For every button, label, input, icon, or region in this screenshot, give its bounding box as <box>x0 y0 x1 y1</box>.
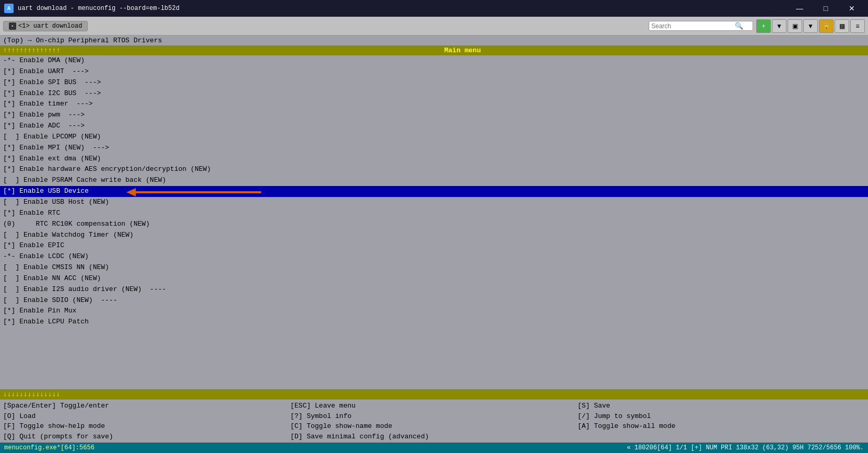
key-hint-toggle-all: [A] Toggle show-all mode <box>578 421 865 432</box>
key-hint-save-minimal: [D] Save minimal config (advanced) <box>290 432 578 442</box>
menu-item[interactable]: [*] Enable ADC ---> <box>0 121 868 132</box>
menu-item-label: [*] Enable USB Device <box>3 187 89 195</box>
menu-item[interactable]: [ ] Enable LPCOMP (NEW) <box>0 132 868 143</box>
menu-item[interactable]: -*- Enable DMA (NEW) <box>0 55 868 66</box>
key-hint-esc: [ESC] Leave menu <box>290 401 578 411</box>
app-icon: A <box>4 4 14 13</box>
svg-marker-1 <box>126 188 136 196</box>
key-hint-row-1: [Space/Enter] Toggle/enter [ESC] Leave m… <box>3 401 865 411</box>
main-menu-bar: ↑↑↑↑↑↑↑↑↑↑↑↑↑↑ Main menu <box>0 45 868 55</box>
menu-list[interactable]: -*- Enable DMA (NEW)[*] Enable UART --->… <box>0 55 868 389</box>
terminal-tab[interactable]: ▪ <1> uart download <box>3 21 88 31</box>
menu-item[interactable]: [*] Enable ext dma (NEW) <box>0 154 868 165</box>
key-hint-quit: [Q] Quit (prompts for save) <box>3 432 290 442</box>
toolbar-buttons: + ▼ ▣ ▼ 🔒 ▩ ≡ <box>756 19 865 33</box>
tab-label: <1> uart download <box>18 22 82 30</box>
arrows-down-bar: ↓↓↓↓↓↓↓↓↓↓↓↓↓↓ <box>0 389 868 399</box>
menu-item[interactable]: [*] Enable timer ---> <box>0 99 868 110</box>
menu-item[interactable]: [ ] Enable PSRAM Cache write back (NEW) <box>0 175 868 186</box>
window-controls: — □ ✕ <box>788 1 864 16</box>
search-icon-button[interactable]: 🔍 <box>735 22 743 30</box>
menu-item[interactable]: [*] Enable MPI (NEW) ---> <box>0 143 868 154</box>
menu-item[interactable]: [ ] Enable NN ACC (NEW) <box>0 273 868 284</box>
key-hint-jump: [/] Jump to symbol <box>578 411 865 422</box>
lock-button[interactable]: 🔒 <box>819 19 834 33</box>
toolbar: ▪ <1> uart download 🔍 + ▼ ▣ ▼ 🔒 ▩ ≡ <box>0 17 868 36</box>
menu-item[interactable]: [*] Enable hardware AES encryption/decry… <box>0 164 868 175</box>
search-box: 🔍 <box>649 21 753 31</box>
key-hint-toggle-help: [F] Toggle show-help mode <box>3 421 290 432</box>
dropdown-button[interactable]: ▼ <box>772 19 787 33</box>
breadcrumb: (Top) → On-chip Peripheral RTOS Drivers <box>0 36 868 45</box>
key-hint-symbol: [?] Symbol info <box>290 411 578 422</box>
menu-item[interactable]: (0) RTC RC10K compensation (NEW) <box>0 219 868 230</box>
menu-item[interactable]: [ ] Enable Watchdog Timer (NEW) <box>0 230 868 241</box>
menu-item[interactable]: -*- Enable LCDC (NEW) <box>0 251 868 262</box>
terminal-container: (Top) → On-chip Peripheral RTOS Drivers … <box>0 36 868 443</box>
terminal-icon: ▪ <box>9 22 16 30</box>
window-title: uart download - menuconfig --board=em-lb… <box>18 5 783 12</box>
key-hint-row-3: [F] Toggle show-help mode [C] Toggle sho… <box>3 421 865 432</box>
menu-item[interactable]: [*] Enable LCPU Patch <box>0 317 868 328</box>
key-hint-toggle-name: [C] Toggle show-name mode <box>290 421 578 432</box>
menu-item[interactable]: [*] Enable SPI BUS ---> <box>0 77 868 88</box>
menu-item[interactable]: [*] Enable UART ---> <box>0 66 868 77</box>
arrows-down: ↓↓↓↓↓↓↓↓↓↓↓↓↓↓ <box>3 390 60 398</box>
arrows-up: ↑↑↑↑↑↑↑↑↑↑↑↑↑↑ <box>3 47 60 54</box>
maximize-button[interactable]: □ <box>814 1 838 16</box>
status-bar: menuconfig.exe*[64]:5656 « 180206[64] 1/… <box>0 443 868 453</box>
status-right: « 180206[64] 1/1 [+] NUM PRI 138x32 (63,… <box>627 444 864 451</box>
key-hint-save: [S] Save <box>578 401 865 411</box>
title-bar: A uart download - menuconfig --board=em-… <box>0 0 868 17</box>
key-hint-load: [O] Load <box>3 411 290 422</box>
menu-item[interactable]: [*] Enable I2C BUS ---> <box>0 88 868 99</box>
menu-item[interactable]: [ ] Enable SDIO (NEW) ---- <box>0 295 868 306</box>
key-hint-row-4: [Q] Quit (prompts for save) [D] Save min… <box>3 432 865 442</box>
menu-item[interactable]: [*] Enable USB Device <box>0 186 868 197</box>
menu-item[interactable]: [ ] Enable USB Host (NEW) <box>0 197 868 208</box>
search-input[interactable] <box>651 22 735 30</box>
menu-item[interactable]: [ ] Enable I2S audio driver (NEW) ---- <box>0 284 868 295</box>
main-menu-title: Main menu <box>444 47 481 54</box>
menu-item[interactable]: [*] Enable EPIC <box>0 240 868 251</box>
key-hints: [Space/Enter] Toggle/enter [ESC] Leave m… <box>0 399 868 443</box>
key-hint-empty <box>578 432 865 442</box>
minimize-button[interactable]: — <box>788 1 812 16</box>
menu-item[interactable]: [*] Enable Pin Mux <box>0 306 868 317</box>
menu-item[interactable]: [*] Enable pwm ---> <box>0 110 868 121</box>
menu-item[interactable]: [*] Enable RTC <box>0 208 868 219</box>
dropdown2-button[interactable]: ▼ <box>803 19 818 33</box>
status-left: menuconfig.exe*[64]:5656 <box>4 444 95 451</box>
key-hint-space-enter: [Space/Enter] Toggle/enter <box>3 401 290 411</box>
add-button[interactable]: + <box>756 19 771 33</box>
grid-button[interactable]: ≡ <box>850 19 865 33</box>
monitor-button[interactable]: ▣ <box>788 19 802 33</box>
close-button[interactable]: ✕ <box>840 1 864 16</box>
key-hint-row-2: [O] Load [?] Symbol info [/] Jump to sym… <box>3 411 865 422</box>
menu-item[interactable]: [ ] Enable CMSIS NN (NEW) <box>0 262 868 273</box>
layout-button[interactable]: ▩ <box>835 19 849 33</box>
